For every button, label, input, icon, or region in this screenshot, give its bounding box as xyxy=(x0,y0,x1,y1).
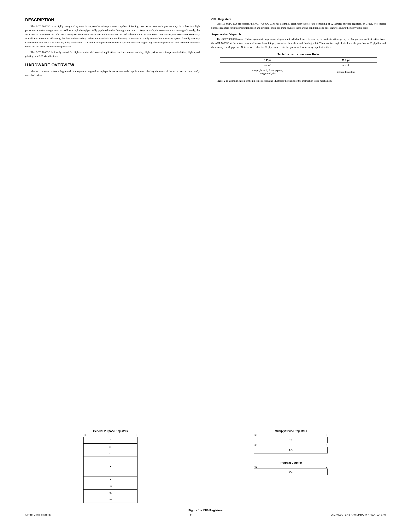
gpr-row-dot1: • xyxy=(84,457,138,463)
pc-label: PC xyxy=(289,470,292,473)
issue-rules-table: F Pipe M Pipe one of: one of: integer, b… xyxy=(220,57,377,76)
gpr-row-r30: r30 xyxy=(84,490,138,496)
gpr-title: General Purpose Registers xyxy=(93,429,128,433)
table-row: 0 xyxy=(84,437,138,444)
gpr-row-dot3: • xyxy=(84,470,138,476)
pc-bit-high: 63 xyxy=(254,466,257,468)
figure-section: General Purpose Registers 63 0 0 r1 r2 •… xyxy=(25,428,386,512)
gpr-bit-labels: 63 0 xyxy=(83,434,138,437)
table-cell-fpipe-types: integer, branch, floating-point,integer … xyxy=(220,68,315,76)
table-row: r1 xyxy=(84,444,138,450)
hi-label: HI xyxy=(290,438,292,442)
gpr-row-r1: r1 xyxy=(84,444,138,450)
table-row: one of: one of: xyxy=(220,63,377,68)
table-row: r31 xyxy=(84,496,138,503)
multiply-divide-title: Multiply/Divide Registers xyxy=(275,429,307,433)
multiply-divide-group: Multiply/Divide Registers 63 0 HI xyxy=(254,429,328,454)
pc-bit-low: 0 xyxy=(326,466,327,468)
page: DESCRIPTION The ACT 7000SC is a highly i… xyxy=(0,0,411,532)
description-title: DESCRIPTION xyxy=(25,17,200,22)
table-row: • xyxy=(84,476,138,483)
table-header-mpipe: M Pipe xyxy=(315,57,377,63)
right-registers: Multiply/Divide Registers 63 0 HI xyxy=(254,429,328,475)
gpr-group: General Purpose Registers 63 0 0 r1 r2 •… xyxy=(83,429,138,503)
hi-bit-low: 0 xyxy=(326,434,327,437)
hi-register-box: HI xyxy=(254,437,328,443)
description-para-2: The ACT 7000SC is ideally suited for hig… xyxy=(25,50,200,58)
registers-row: General Purpose Registers 63 0 0 r1 r2 •… xyxy=(25,429,386,503)
footer: Aeroflex Circuit Technology 2 SCD7000SC … xyxy=(25,512,386,516)
lo-bit-labels: 63 0 xyxy=(254,444,328,446)
right-column: CPU Registers Like all MIPS ISA processo… xyxy=(211,17,386,420)
table-row: • xyxy=(84,470,138,476)
program-counter-group: Program Counter 63 0 PC xyxy=(254,461,328,475)
gpr-row-r31: r31 xyxy=(84,496,138,503)
table-title: Table 1 – Instruction Issue Rules xyxy=(211,53,386,56)
table-row: r2 xyxy=(84,450,138,457)
lo-register-box: LO xyxy=(254,447,328,454)
left-column: DESCRIPTION The ACT 7000SC is a highly i… xyxy=(25,17,200,420)
table-cell-mpipe-types: integer, load/store xyxy=(315,68,377,76)
hardware-overview-title: HARDWARE OVERVIEW xyxy=(25,63,200,67)
hi-register-group: 63 0 HI xyxy=(254,434,328,443)
table-cell-mpipe-oneof: one of: xyxy=(315,63,377,68)
figure-caption: Figure 1 – CP0 Registers xyxy=(188,509,223,512)
gpr-table: 0 r1 r2 • • • • r29 r30 r31 xyxy=(83,437,138,503)
table-row: • xyxy=(84,463,138,470)
gpr-row-dot2: • xyxy=(84,463,138,470)
table-row: • xyxy=(84,457,138,463)
hi-bit-high: 63 xyxy=(254,434,257,437)
pc-bit-labels: 63 0 xyxy=(254,466,328,468)
table-row: r29 xyxy=(84,483,138,490)
description-para-1: The ACT 7000SC is a highly integrated sy… xyxy=(25,24,200,49)
lo-register-group: 63 0 LO xyxy=(254,444,328,454)
gpr-row-r2: r2 xyxy=(84,450,138,457)
hardware-overview-para-1: The ACT 7000SC offers a high-level of in… xyxy=(25,69,200,77)
table-cell-fpipe-oneof: one of: xyxy=(220,63,315,68)
table-header-fpipe: F Pipe xyxy=(220,57,315,63)
program-counter-title: Program Counter xyxy=(280,461,302,464)
lo-label: LO xyxy=(289,449,293,452)
gpr-row-dot4: • xyxy=(84,476,138,483)
cpu-registers-title: CPU Registers xyxy=(211,17,386,21)
cpu-registers-para-1: Like all MIPS ISA processors, the ACT 70… xyxy=(211,22,386,30)
gpr-row-0: 0 xyxy=(84,437,138,444)
table-note: Figure 2 is a simplification of the pipe… xyxy=(211,79,386,83)
superscalar-dispatch-title: Superscalar Dispatch xyxy=(211,33,386,36)
hi-bit-labels: 63 0 xyxy=(254,434,328,437)
page-number: 2 xyxy=(190,514,191,516)
pc-register-box: PC xyxy=(254,469,328,475)
lo-bit-high: 63 xyxy=(254,444,257,446)
footer-left: Aeroflex Circuit Technology xyxy=(25,514,51,516)
table-row: r30 xyxy=(84,490,138,496)
gpr-row-r29: r29 xyxy=(84,483,138,490)
gpr-bit-low: 0 xyxy=(136,434,137,437)
superscalar-dispatch-para-1: The ACT 7000SC has an efficient symmetri… xyxy=(211,37,386,49)
footer-right: SCD7000SC REV B 7/30/01 Plainview NY (51… xyxy=(331,514,386,516)
table-row: integer, branch, floating-point,integer … xyxy=(220,68,377,76)
gpr-bit-high: 63 xyxy=(84,434,86,437)
main-content: DESCRIPTION The ACT 7000SC is a highly i… xyxy=(25,17,386,420)
lo-bit-low: 0 xyxy=(326,444,327,446)
